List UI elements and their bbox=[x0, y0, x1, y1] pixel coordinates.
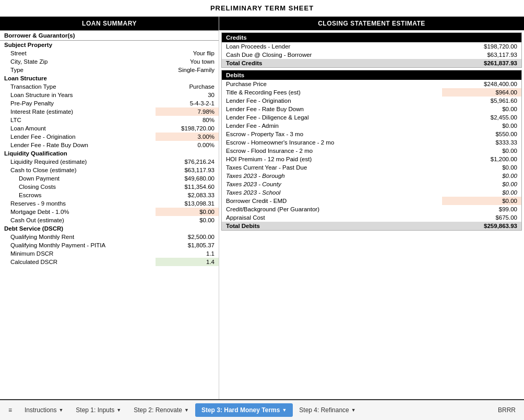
tab-step2[interactable]: Step 2: Renovate ▼ bbox=[127, 403, 195, 417]
taxes-current-value: $0.00 bbox=[442, 163, 521, 172]
page-title: PRELIMINARY TERM SHEET bbox=[0, 0, 524, 17]
mortgage-debt-row: Mortgage Debt - 1.0% $0.00 bbox=[0, 208, 219, 216]
lender-diligence-row: Lender Fee - Diligence & Legal $2,455.00 bbox=[222, 113, 522, 122]
tab-bar: ≡ Instructions ▼ Step 1: Inputs ▼ Step 2… bbox=[0, 399, 524, 420]
lender-orig-label: Lender Fee - Origination bbox=[222, 97, 443, 105]
chevron-down-icon: ▼ bbox=[351, 407, 356, 413]
menu-button[interactable]: ≡ bbox=[2, 403, 18, 417]
tab-instructions[interactable]: Instructions ▼ bbox=[18, 403, 69, 417]
interest-rate-value: 7.98% bbox=[156, 107, 219, 116]
loan-years-row: Loan Structure in Years 30 bbox=[0, 91, 219, 99]
escrow-prop-tax-row: Escrow - Property Tax - 3 mo $550.00 bbox=[222, 130, 522, 138]
lender-admin-label: Lender Fee - Admin bbox=[222, 122, 443, 130]
loan-years-label: Loan Structure in Years bbox=[0, 91, 156, 99]
liquidity-req-value: $76,216.24 bbox=[156, 158, 219, 166]
taxes-borough-value: $0.00 bbox=[442, 172, 521, 180]
interest-rate-label: Interest Rate (estimate) bbox=[0, 107, 156, 116]
ltc-value: 80% bbox=[156, 116, 219, 124]
escrow-flood-value: $0.00 bbox=[442, 147, 521, 155]
debits-header-label: Debits bbox=[222, 70, 522, 80]
escrows-value: $2,083.33 bbox=[156, 191, 219, 199]
closing-costs-row: Closing Costs $11,354.60 bbox=[0, 183, 219, 191]
loan-amount-value: $198,720.00 bbox=[156, 124, 219, 133]
transaction-type-label: Transaction Type bbox=[0, 82, 156, 91]
dscr-label-row: Debt Service (DSCR) bbox=[0, 224, 219, 233]
escrow-flood-label: Escrow - Flood Insurance - 2 mo bbox=[222, 147, 443, 155]
loan-proceeds-row: Loan Proceeds - Lender $198,720.00 bbox=[222, 42, 522, 51]
chevron-down-icon: ▼ bbox=[116, 407, 121, 413]
down-payment-row: Down Payment $49,680.00 bbox=[0, 174, 219, 183]
lender-orig-value: $5,961.60 bbox=[442, 97, 521, 105]
prepay-value: 5-4-3-2-1 bbox=[156, 99, 219, 107]
tab-step1[interactable]: Step 1: Inputs ▼ bbox=[69, 403, 127, 417]
chevron-down-icon: ▼ bbox=[184, 407, 189, 413]
mortgage-debt-label: Mortgage Debt - 1.0% bbox=[0, 208, 156, 216]
lender-fee-rbd-value: 0.00% bbox=[156, 141, 219, 149]
credit-background-label: Credit/Background (Per Guarantor) bbox=[222, 205, 443, 213]
ltc-row: LTC 80% bbox=[0, 116, 219, 124]
lender-fee-rbd-row: Lender Fee - Rate Buy Down 0.00% bbox=[0, 141, 219, 149]
chevron-down-icon: ▼ bbox=[58, 407, 63, 413]
mortgage-debt-value: $0.00 bbox=[156, 208, 219, 216]
main-content: PRELIMINARY TERM SHEET LOAN SUMMARY Borr… bbox=[0, 0, 524, 399]
min-dscr-value: 1.1 bbox=[156, 249, 219, 258]
tab-step1-label: Step 1: Inputs bbox=[76, 406, 114, 414]
taxes-county-row: Taxes 2023 - County $0.00 bbox=[222, 180, 522, 188]
subject-property-label: Subject Property bbox=[0, 41, 219, 50]
escrow-hoi-value: $333.33 bbox=[442, 138, 521, 147]
borrower-credit-label: Borrower Credit - EMD bbox=[222, 197, 443, 205]
loan-proceeds-label: Loan Proceeds - Lender bbox=[222, 42, 430, 51]
total-credits-label: Total Credits bbox=[222, 59, 430, 68]
escrows-label: Escrows bbox=[0, 191, 156, 199]
min-dscr-row: Minimum DSCR 1.1 bbox=[0, 249, 219, 258]
debits-section: Debits Purchase Price $248,400.00 Title … bbox=[221, 70, 522, 231]
total-debits-label: Total Debits bbox=[222, 222, 443, 231]
lender-fee-orig-label: Lender Fee - Origination bbox=[0, 133, 156, 141]
tab-step3[interactable]: Step 3: Hard Money Terms ▼ bbox=[195, 403, 293, 417]
city-row: City, State Zip You town bbox=[0, 57, 219, 66]
cash-due-label: Cash Due @ Closing - Borrower bbox=[222, 51, 430, 59]
closing-costs-label: Closing Costs bbox=[0, 183, 156, 191]
appraisal-cost-label: Appraisal Cost bbox=[222, 213, 443, 222]
debits-header-row: Debits bbox=[222, 70, 522, 80]
cash-out-label: Cash Out (estimate) bbox=[0, 216, 156, 224]
street-label: Street bbox=[0, 49, 156, 57]
type-label: Type bbox=[0, 66, 156, 74]
chevron-down-icon: ▼ bbox=[282, 407, 287, 413]
right-column: CLOSING STATEMENT ESTIMATE Credits Loan … bbox=[219, 17, 524, 399]
calc-dscr-label: Calculated DSCR bbox=[0, 258, 156, 266]
loan-amount-row: Loan Amount $198,720.00 bbox=[0, 124, 219, 133]
calc-dscr-value: 1.4 bbox=[156, 258, 219, 266]
type-value: Single-Family bbox=[156, 66, 219, 74]
lender-rbd-value: $0.00 bbox=[442, 105, 521, 113]
dscr-label: Debt Service (DSCR) bbox=[0, 224, 219, 233]
credits-table: Credits Loan Proceeds - Lender $198,720.… bbox=[221, 32, 522, 68]
transaction-type-value: Purchase bbox=[156, 82, 219, 91]
credits-header-row: Credits bbox=[222, 33, 522, 43]
taxes-school-value: $0.00 bbox=[442, 188, 521, 197]
appraisal-cost-value: $675.00 bbox=[442, 213, 521, 222]
qualifying-payment-value: $1,805.37 bbox=[156, 241, 219, 249]
cash-to-close-row: Cash to Close (estimate) $63,117.93 bbox=[0, 166, 219, 174]
tab-step3-label: Step 3: Hard Money Terms bbox=[201, 406, 280, 414]
menu-icon: ≡ bbox=[8, 406, 12, 414]
tab-brrr-label: BRRR bbox=[498, 406, 516, 414]
lender-diligence-value: $2,455.00 bbox=[442, 113, 521, 122]
cash-out-row: Cash Out (estimate) $0.00 bbox=[0, 216, 219, 224]
debits-table: Debits Purchase Price $248,400.00 Title … bbox=[221, 70, 522, 231]
transaction-type-row: Transaction Type Purchase bbox=[0, 82, 219, 91]
tab-step4[interactable]: Step 4: Refinance ▼ bbox=[293, 403, 362, 417]
taxes-county-value: $0.00 bbox=[442, 180, 521, 188]
street-value: Your flip bbox=[156, 49, 219, 57]
ltc-label: LTC bbox=[0, 116, 156, 124]
tab-instructions-label: Instructions bbox=[25, 406, 56, 414]
tab-brrr[interactable]: BRRR bbox=[492, 403, 522, 417]
liquidity-req-row: Liquidity Required (estimate) $76,216.24 bbox=[0, 158, 219, 166]
total-debits-value: $259,863.93 bbox=[442, 222, 521, 231]
loan-summary-content: Borrower & Guarantor(s) Subject Property… bbox=[0, 30, 219, 266]
cash-to-close-value: $63,117.93 bbox=[156, 166, 219, 174]
city-value: You town bbox=[156, 57, 219, 66]
liquidity-label: Liquidity Qualification bbox=[0, 149, 219, 158]
tab-step2-label: Step 2: Renovate bbox=[134, 406, 182, 414]
total-credits-row: Total Credits $261,837.93 bbox=[222, 59, 522, 68]
